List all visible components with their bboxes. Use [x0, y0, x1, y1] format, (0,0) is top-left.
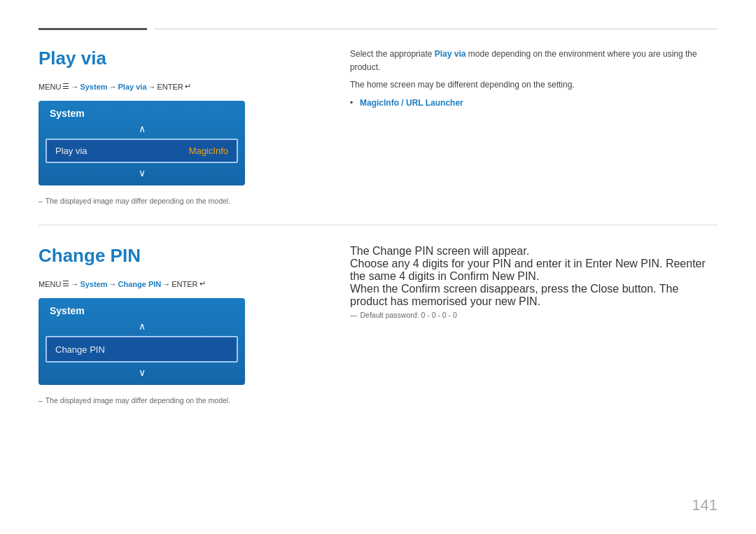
bullet-item1: MagicInfo / URL Launcher [350, 97, 718, 110]
section1-content: Play via MENU ☰ → System → Play via → EN… [38, 48, 718, 205]
section1-bullet-list: MagicInfo / URL Launcher [350, 97, 718, 110]
arrow3: → [148, 83, 156, 91]
section2-left: Change PIN MENU ☰ → System → Change PIN … [38, 245, 312, 405]
chevron-up-icon2: ∧ [38, 319, 245, 336]
section1-para1: Select the appropriate Play via mode dep… [350, 48, 718, 74]
arrow3b: → [162, 280, 170, 288]
system-box1-header: System [38, 101, 245, 122]
section2-menu-path: MENU ☰ → System → Change PIN → ENTER ↵ [38, 279, 312, 288]
row-label2: Change PIN [55, 344, 105, 355]
section2-para3: When the Confirm screen disappears, pres… [350, 283, 718, 308]
chevron-up-icon1: ∧ [38, 122, 245, 139]
enter-icon1: ↵ [185, 82, 191, 91]
divider-dark [38, 28, 147, 30]
enter-label1: ENTER [158, 83, 183, 91]
menu-icon1: ☰ [62, 82, 69, 91]
enter-label2: ENTER [172, 280, 197, 288]
system-box1: System ∧ Play via MagicInfo ∨ [38, 101, 245, 185]
system-box2-header: System [38, 298, 245, 319]
section2-right: The Change PIN screen will appear. Choos… [312, 245, 718, 405]
section1-left: Play via MENU ☰ → System → Play via → EN… [38, 48, 312, 205]
page-container: Play via MENU ☰ → System → Play via → EN… [0, 0, 756, 534]
arrow2: → [109, 83, 117, 91]
section2-title: Change PIN [38, 245, 312, 267]
chevron-down-icon1: ∨ [38, 163, 245, 185]
section1-para2: The home screen may be different dependi… [350, 78, 718, 92]
section1-right: Select the appropriate Play via mode dep… [312, 48, 718, 205]
arrow2b: → [109, 280, 117, 288]
top-dividers [38, 28, 718, 30]
menu-prefix2: MENU [38, 280, 61, 288]
enter-icon2: ↵ [200, 279, 206, 288]
default-password: —Default password: 0 - 0 - 0 - 0 [350, 311, 718, 319]
section2-content: Change PIN MENU ☰ → System → Change PIN … [38, 245, 718, 405]
page-number: 141 [692, 496, 718, 514]
section2-note: –The displayed image may differ dependin… [38, 396, 312, 405]
menu-prefix: MENU [38, 83, 61, 91]
playvia-link: Play via [118, 83, 147, 91]
system-box2: System ∧ Change PIN ∨ [38, 298, 245, 385]
row-value1: MagicInfo [189, 146, 228, 156]
system-link2: System [80, 280, 107, 288]
section1-menu-path: MENU ☰ → System → Play via → ENTER ↵ [38, 82, 312, 91]
changepin-link: Change PIN [118, 280, 162, 288]
arrow1: → [71, 83, 78, 91]
section-separator [38, 225, 718, 225]
system-link1: System [80, 83, 107, 91]
section1-title: Play via [38, 48, 312, 69]
section2-para2: Choose any 4 digits for your PIN and ent… [350, 258, 718, 283]
chevron-down-icon2: ∨ [38, 363, 245, 385]
divider-light [154, 29, 718, 29]
section2-para1: The Change PIN screen will appear. [350, 245, 718, 258]
system-box1-row: Play via MagicInfo [46, 139, 238, 163]
system-box2-row: Change PIN [46, 336, 238, 363]
section1-note: –The displayed image may differ dependin… [38, 197, 312, 205]
row-label1: Play via [55, 146, 88, 156]
arrow1b: → [71, 280, 78, 288]
menu-icon2: ☰ [62, 279, 69, 288]
